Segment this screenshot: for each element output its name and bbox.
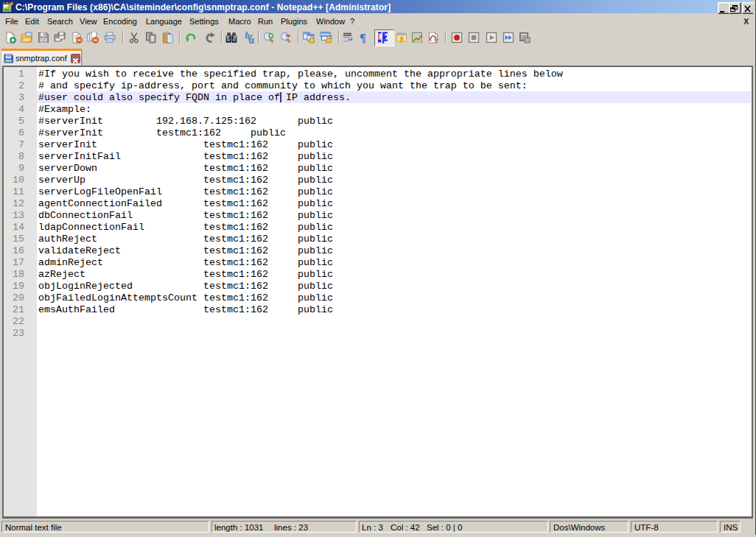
svg-text:¶: ¶ <box>360 32 366 43</box>
svg-text:{}: {} <box>435 38 439 44</box>
